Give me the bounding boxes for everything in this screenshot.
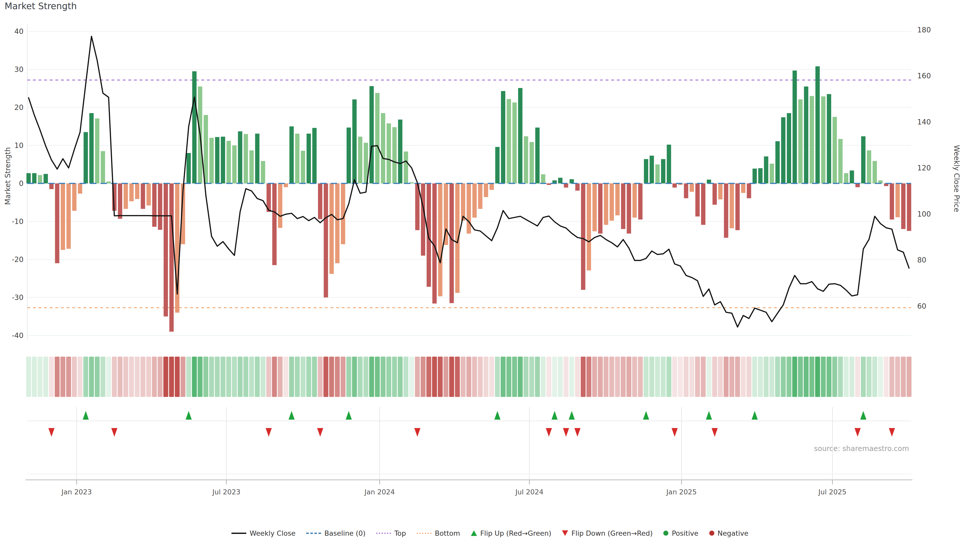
legend-item-top[interactable]: Top bbox=[376, 529, 406, 537]
heatmap-cell bbox=[197, 357, 202, 397]
strength-bar bbox=[615, 183, 620, 215]
strength-bar bbox=[61, 183, 65, 250]
strength-bar bbox=[473, 183, 477, 218]
flip-up-marker bbox=[569, 411, 575, 420]
heatmap-cell bbox=[649, 357, 654, 397]
heatmap-cell bbox=[455, 357, 460, 397]
heatmap-cell bbox=[375, 357, 380, 397]
strength-bar bbox=[547, 183, 551, 185]
legend-label: Bottom bbox=[435, 529, 460, 537]
strength-bar bbox=[232, 145, 237, 183]
heatmap-cell bbox=[627, 357, 632, 397]
strength-bar bbox=[335, 183, 339, 263]
heatmap-cell bbox=[598, 357, 603, 397]
right-axis-tick: 160 bbox=[917, 72, 931, 80]
strength-bar bbox=[684, 183, 688, 198]
heatmap-cell bbox=[495, 357, 500, 397]
strength-bar bbox=[867, 150, 871, 183]
strength-bar bbox=[221, 137, 225, 183]
strength-bar bbox=[655, 165, 660, 184]
strength-bar bbox=[89, 113, 94, 183]
left-axis-tick: 40 bbox=[14, 27, 24, 36]
right-axis-tick: 120 bbox=[917, 164, 931, 172]
right-axis-tick: 140 bbox=[917, 118, 931, 126]
heatmap-cell bbox=[764, 357, 768, 397]
strength-bar bbox=[512, 103, 517, 183]
strength-bar bbox=[66, 183, 71, 249]
heatmap-cell bbox=[243, 357, 248, 397]
legend-item-flip-up-red-green[interactable]: Flip Up (Red→Green) bbox=[471, 529, 552, 537]
left-axis-tick: 20 bbox=[14, 103, 24, 112]
heatmap-cell bbox=[163, 357, 168, 397]
heatmap-cell bbox=[409, 357, 414, 397]
heatmap-cell bbox=[100, 357, 105, 397]
strength-bar bbox=[307, 134, 311, 183]
strength-bar bbox=[467, 183, 471, 233]
strength-bar bbox=[278, 183, 282, 228]
strength-bar bbox=[49, 183, 54, 189]
strength-bar bbox=[724, 183, 729, 238]
heatmap-cell bbox=[278, 357, 283, 397]
strength-bar bbox=[832, 117, 837, 183]
strength-bar bbox=[558, 178, 563, 183]
legend-label: Flip Up (Red→Green) bbox=[480, 529, 552, 537]
flip-up-marker bbox=[289, 411, 295, 420]
strength-bar bbox=[398, 120, 402, 183]
strength-bar bbox=[644, 159, 648, 183]
heatmap-cell bbox=[667, 357, 671, 397]
heatmap-cell bbox=[238, 357, 242, 397]
heatmap-cell bbox=[358, 357, 363, 397]
legend-label: Top bbox=[394, 529, 406, 537]
strength-bar bbox=[427, 183, 431, 287]
chart-legend: Weekly CloseBaseline (0)TopBottomFlip Up… bbox=[0, 525, 980, 541]
strength-bar bbox=[781, 118, 786, 183]
legend-swatch-dots-icon bbox=[376, 533, 391, 534]
strength-bar bbox=[804, 86, 808, 183]
strength-bar bbox=[164, 183, 168, 317]
strength-bar bbox=[135, 183, 139, 199]
strength-bar bbox=[169, 183, 174, 332]
strength-bar bbox=[152, 183, 156, 227]
strength-bar bbox=[735, 183, 740, 230]
legend-item-baseline-0[interactable]: Baseline (0) bbox=[306, 529, 366, 537]
heatmap-cell bbox=[838, 357, 843, 397]
legend-item-negative[interactable]: Negative bbox=[709, 529, 749, 537]
legend-item-flip-down-green-red[interactable]: Flip Down (Green→Red) bbox=[562, 529, 652, 537]
strength-bar bbox=[129, 183, 134, 201]
legend-item-bottom[interactable]: Bottom bbox=[417, 529, 460, 537]
heatmap-cell bbox=[609, 357, 614, 397]
heatmap-cell bbox=[60, 357, 65, 397]
heatmap-cell bbox=[872, 357, 877, 397]
legend-item-weekly-close[interactable]: Weekly Close bbox=[231, 529, 296, 537]
left-axis-tick: 10 bbox=[14, 141, 24, 150]
heatmap-cell bbox=[266, 357, 271, 397]
heatmap-cell bbox=[135, 357, 140, 397]
heatmap-cell bbox=[66, 357, 71, 397]
strength-bar bbox=[381, 113, 385, 183]
heatmap-cell bbox=[758, 357, 763, 397]
strength-bar bbox=[484, 183, 488, 197]
strength-bar bbox=[318, 183, 322, 219]
heatmap-cell bbox=[575, 357, 580, 397]
heatmap-cell bbox=[615, 357, 620, 397]
strength-bar bbox=[770, 164, 774, 183]
heatmap-cell bbox=[352, 357, 357, 397]
heatmap-cell bbox=[512, 357, 517, 397]
strength-bar bbox=[255, 134, 259, 183]
x-tick-label: Jul 2025 bbox=[818, 488, 846, 496]
heatmap-cell bbox=[729, 357, 734, 397]
heatmap-cell bbox=[346, 357, 351, 397]
heatmap-cell bbox=[180, 357, 185, 397]
heatmap-cell bbox=[821, 357, 826, 397]
heatmap-cell bbox=[426, 357, 431, 397]
legend-item-positive[interactable]: Positive bbox=[663, 529, 698, 537]
left-axis-tick: 30 bbox=[14, 65, 24, 74]
strength-bar bbox=[387, 124, 391, 183]
strength-bar bbox=[873, 161, 877, 183]
heatmap-cell bbox=[546, 357, 551, 397]
strength-bar bbox=[627, 183, 631, 233]
heatmap-cell bbox=[26, 357, 31, 397]
market-strength-dashboard: Market Strength Market Strength Weekly C… bbox=[0, 0, 980, 551]
flip-up-marker bbox=[860, 411, 866, 420]
legend-swatch-circle-icon bbox=[663, 530, 668, 536]
